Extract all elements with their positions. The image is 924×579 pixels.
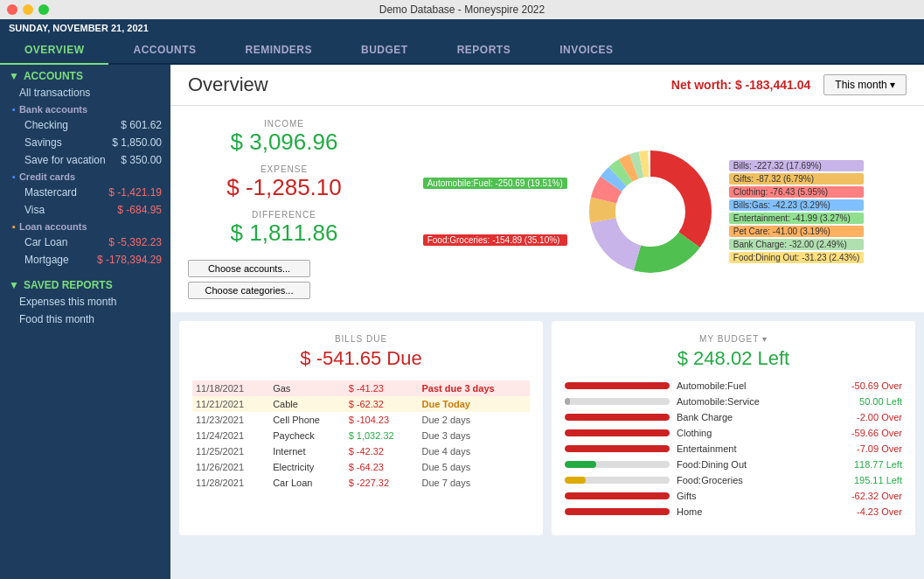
budget-amount: $ 248.02 Left	[565, 347, 902, 370]
budget-bar-bg	[565, 508, 670, 515]
list-item: Clothing -59.66 Over	[565, 428, 902, 438]
choose-accounts-button[interactable]: Choose accounts...	[188, 260, 310, 277]
sidebar-item-car-loan[interactable]: Car Loan $ -5,392.23	[0, 234, 170, 251]
budget-category-name: Entertainment	[677, 443, 850, 454]
bill-amount: $ 1,032.32	[345, 428, 419, 443]
tab-reports[interactable]: REPORTS	[433, 37, 536, 63]
date-bar: SUNDAY, NOVEMBER 21, 2021	[0, 19, 924, 37]
table-row[interactable]: 11/24/2021 Paycheck $ 1,032.32 Due 3 day…	[192, 428, 530, 443]
maximize-button[interactable]	[38, 4, 49, 15]
main-panel: Overview Net worth: $ -183,441.04 This m…	[170, 65, 924, 579]
budget-rows: Automobile:Fuel -50.69 Over Automobile:S…	[565, 380, 902, 517]
window-title: Demo Database - Moneyspire 2022	[379, 3, 545, 16]
content-area: ▼ ACCOUNTS All transactions ▪ Bank accou…	[0, 65, 924, 579]
sidebar-accounts-header[interactable]: ▼ ACCOUNTS	[0, 65, 170, 84]
bill-amount: $ -64.23	[345, 459, 419, 475]
table-row[interactable]: 11/23/2021 Cell Phone $ -104.23 Due 2 da…	[192, 412, 530, 428]
list-item: Entertainment -7.09 Over	[565, 443, 902, 454]
budget-bar-bg	[565, 414, 670, 421]
list-item: Automobile:Fuel -50.69 Over	[565, 380, 902, 391]
tab-reminders[interactable]: REMINDERS	[220, 37, 337, 63]
sidebar-item-checking[interactable]: Checking $ 601.62	[0, 116, 170, 134]
bill-name: Paycheck	[269, 428, 344, 443]
bill-status: Due 2 days	[419, 412, 530, 428]
budget-category-name: Home	[677, 506, 850, 517]
minimize-button[interactable]	[23, 4, 33, 15]
bill-name: Cell Phone	[269, 412, 344, 428]
bill-date: 11/26/2021	[192, 459, 269, 475]
sidebar-item-mortgage[interactable]: Mortgage $ -178,394.29	[0, 251, 170, 269]
table-row[interactable]: 11/26/2021 Electricity $ -64.23 Due 5 da…	[192, 459, 530, 475]
budget-bar-fill	[565, 492, 670, 499]
list-item: Automobile:Service 50.00 Left	[565, 396, 902, 407]
budget-category-name: Gifts	[677, 491, 844, 501]
loan-icon: ▪	[12, 221, 16, 232]
sidebar-item-visa[interactable]: Visa $ -684.95	[0, 201, 170, 219]
legend-entertainment: Entertainment: -41.99 (3.27%)	[729, 213, 865, 224]
budget-category-amount: 195.11 Left	[854, 475, 902, 485]
budget-category-amount: 50.00 Left	[859, 396, 902, 407]
budget-category-name: Automobile:Fuel	[677, 380, 844, 391]
tab-accounts[interactable]: ACCOUNTS	[108, 37, 220, 63]
bill-name: Car Loan	[269, 475, 344, 491]
bill-date: 11/23/2021	[192, 412, 269, 428]
legend-pet-care: Pet Care: -41.00 (3.19%)	[729, 226, 865, 237]
table-row[interactable]: 11/21/2021 Cable $ -62.32 Due Today	[192, 396, 530, 412]
tab-invoices[interactable]: INVOICES	[535, 37, 637, 63]
income-stat: INCOME $ 3,096.96	[188, 119, 380, 156]
sidebar-saved-reports-header[interactable]: ▼ SAVED REPORTS	[0, 274, 170, 293]
budget-category-name: Automobile:Service	[677, 396, 852, 407]
bill-date: 11/28/2021	[192, 475, 269, 491]
sidebar-item-food-month[interactable]: Food this month	[0, 310, 170, 328]
sidebar-item-expenses-month[interactable]: Expenses this month	[0, 293, 170, 310]
budget-panel: MY BUDGET ▾ $ 248.02 Left Automobile:Fue…	[552, 321, 915, 535]
table-row[interactable]: 11/25/2021 Internet $ -42.32 Due 4 days	[192, 443, 530, 459]
budget-bar-bg	[565, 461, 670, 468]
sidebar-item-save-vacation[interactable]: Save for vacation $ 350.00	[0, 151, 170, 169]
sidebar-loan-accounts-header[interactable]: ▪ Loan accounts	[0, 219, 170, 234]
this-month-button[interactable]: This month ▾	[823, 74, 907, 95]
sidebar-item-mastercard[interactable]: Mastercard $ -1,421.19	[0, 184, 170, 201]
bill-status: Due 5 days	[419, 459, 530, 475]
list-item: Bank Charge -2.00 Over	[565, 412, 902, 422]
table-row[interactable]: 11/18/2021 Gas $ -41.23 Past due 3 days	[192, 380, 530, 396]
current-date: SUNDAY, NOVEMBER 21, 2021	[9, 23, 149, 33]
bills-panel: BILLS DUE $ -541.65 Due 11/18/2021 Gas $…	[179, 321, 543, 535]
tab-budget[interactable]: BUDGET	[337, 37, 433, 63]
legend-gifts: Gifts: -87.32 (6.79%)	[729, 173, 865, 185]
tab-overview[interactable]: OVERVIEW	[0, 37, 108, 65]
legend-clothing: Clothing: -76.43 (5.95%)	[729, 186, 865, 198]
sidebar-credit-cards-header[interactable]: ▪ Credit cards	[0, 169, 170, 184]
titlebar: Demo Database - Moneyspire 2022	[0, 0, 924, 19]
budget-bar-fill	[565, 461, 596, 468]
bill-status: Due 4 days	[419, 443, 530, 459]
budget-bar-bg	[565, 477, 670, 484]
accounts-label: ACCOUNTS	[24, 70, 83, 82]
budget-category-name: Food:Groceries	[677, 475, 847, 485]
nav-tabs: OVERVIEW ACCOUNTS REMINDERS BUDGET REPOR…	[0, 37, 924, 65]
net-worth: Net worth: $ -183,441.04	[671, 78, 811, 92]
budget-bar-bg	[565, 398, 670, 405]
overview-stats: INCOME $ 3,096.96 EXPENSE $ -1,285.10 DI…	[170, 106, 924, 312]
budget-category-amount: 118.77 Left	[854, 459, 902, 470]
table-row[interactable]: 11/28/2021 Car Loan $ -227.32 Due 7 days	[192, 475, 530, 491]
bottom-panels: BILLS DUE $ -541.65 Due 11/18/2021 Gas $…	[170, 312, 924, 544]
sidebar-item-savings[interactable]: Savings $ 1,850.00	[0, 134, 170, 151]
budget-category-amount: -50.69 Over	[851, 380, 902, 391]
budget-bar-fill	[565, 398, 570, 405]
choose-buttons: Choose accounts... Choose categories...	[188, 255, 380, 303]
budget-category-name: Bank Charge	[677, 412, 850, 422]
bills-table: 11/18/2021 Gas $ -41.23 Past due 3 days …	[192, 380, 530, 491]
legend-bank-charge: Bank Charge: -32.00 (2.49%)	[729, 239, 865, 250]
sidebar-bank-accounts-header[interactable]: ▪ Bank accounts	[0, 101, 170, 116]
close-button[interactable]	[7, 4, 17, 15]
sidebar-item-all-transactions[interactable]: All transactions	[0, 84, 170, 101]
bills-amount: $ -541.65 Due	[192, 347, 530, 370]
choose-categories-button[interactable]: Choose categories...	[188, 282, 310, 299]
budget-bar-fill	[565, 429, 670, 436]
bill-status: Due 7 days	[419, 475, 530, 491]
budget-bar-fill	[565, 508, 670, 515]
chevron-down-icon-2: ▼	[9, 279, 19, 291]
legend-bills: Bills: -227.32 (17.69%)	[729, 160, 865, 171]
budget-category-name: Food:Dining Out	[677, 459, 847, 470]
